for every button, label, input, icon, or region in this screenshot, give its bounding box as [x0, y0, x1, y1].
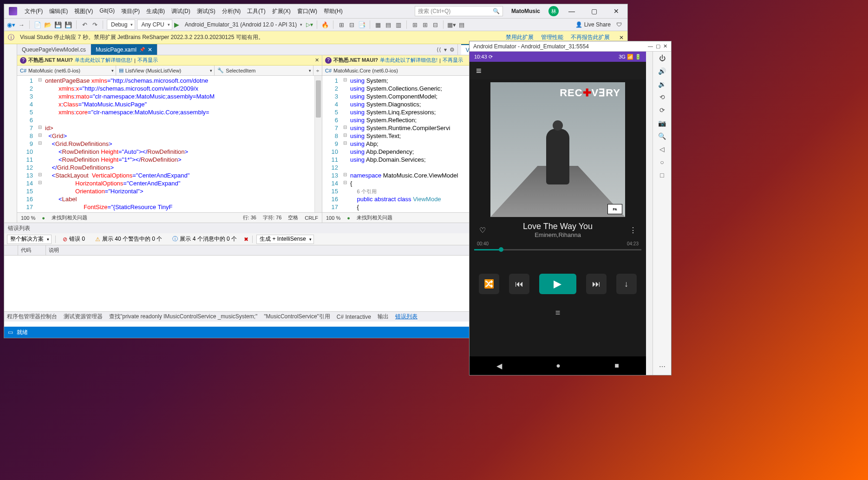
menu-item[interactable]: 生成(B) [144, 6, 168, 17]
album-art[interactable]: REC✚VƎRY PA [490, 82, 625, 217]
queue-button[interactable]: ≡ [470, 308, 646, 318]
run-icon[interactable]: ▶ [174, 21, 179, 28]
bottom-tab[interactable]: 查找"private readonly IMusicControlService… [109, 313, 257, 321]
tool-icon-5[interactable]: ▤ [384, 20, 392, 29]
target-dropdown[interactable]: Android_Emulator_31 (Android 12.0 - API … [181, 20, 304, 30]
col-icon[interactable] [4, 245, 18, 255]
emu-min-icon[interactable]: — [648, 43, 653, 49]
screenshot-icon[interactable]: 📷 [658, 119, 666, 127]
tool-icon-11[interactable]: ▤ [457, 20, 466, 29]
bottom-tab[interactable]: C# Interactive [337, 314, 371, 320]
menu-item[interactable]: 调试(D) [169, 6, 193, 17]
bottom-tab[interactable]: "MusicControlService"引用 [264, 313, 330, 321]
run-no-debug-icon[interactable]: ▷▾ [306, 21, 313, 28]
fold-column[interactable]: ⊟⊟⊟⊟⊟⊟ [342, 76, 348, 212]
config-dropdown[interactable]: Debug [107, 20, 135, 30]
tool-icon-4[interactable]: ▦ [374, 20, 382, 29]
menu-item[interactable]: 帮助(H) [321, 6, 346, 17]
power-icon[interactable]: ⏻ [659, 54, 666, 62]
new-icon[interactable]: 📄 [33, 20, 42, 29]
maui-link1[interactable]: 单击此处以了解详细信息! [380, 57, 437, 64]
scope-dropdown[interactable]: 整个解决方案 [7, 235, 52, 244]
progress-slider[interactable] [474, 249, 641, 250]
search-box[interactable]: 搜索 (Ctrl+Q) 🔍 [415, 6, 503, 16]
info-close-icon[interactable]: ✕ [619, 34, 624, 41]
split-icon[interactable]: ÷ [313, 68, 322, 73]
tool-icon-9[interactable]: ⊟ [431, 20, 439, 29]
volume-up-icon[interactable]: 🔊 [658, 67, 666, 75]
tab-overflow-icon[interactable]: ⟨⟨ [437, 46, 441, 53]
platform-dropdown[interactable]: Any CPU [137, 20, 172, 30]
maui-link2[interactable]: 不再显示 [443, 57, 463, 64]
download-button[interactable]: ↓ [616, 274, 637, 294]
tool-icon-10[interactable]: ▦▾ [447, 20, 456, 29]
maui-link1[interactable]: 单击此处以了解详细信息! [75, 57, 132, 64]
menu-item[interactable]: 扩展(X) [269, 6, 294, 17]
bottom-tab[interactable]: 程序包管理器控制台 [7, 313, 57, 321]
nav-member[interactable]: 🔧SelectedItem [215, 66, 313, 75]
emu-max-icon[interactable]: ▢ [656, 43, 660, 49]
menu-item[interactable]: 编辑(E) [46, 6, 71, 17]
tab-musicpage[interactable]: MusicPage.xaml📌✕ [91, 44, 157, 55]
fold-column[interactable]: ⊟⊟⊟⊟⊟⊟ [37, 76, 43, 212]
left-toolbox-strip[interactable] [4, 44, 17, 223]
more-icon[interactable]: ⋯ [659, 363, 666, 370]
minimize-button[interactable]: — [562, 5, 581, 18]
nav-project[interactable]: C#MatoMusic.Core (net6.0-ios) [322, 66, 475, 75]
zoom-level[interactable]: 100 % [21, 215, 35, 221]
nav-recents-icon[interactable]: ■ [614, 362, 619, 370]
undo-icon[interactable]: ↶ [80, 20, 89, 29]
hamburger-icon[interactable]: ≡ [476, 66, 482, 76]
output-icon[interactable]: ▭ [8, 329, 13, 335]
code-content[interactable]: ontentPageBase xmlns="http://schemas.mic… [43, 76, 314, 212]
user-avatar[interactable]: 林 [548, 6, 559, 16]
pin-icon[interactable]: 📌 [139, 47, 145, 52]
play-button[interactable]: ▶ [539, 274, 576, 294]
maui-link2[interactable]: 不再显示 [137, 57, 158, 64]
tool-icon-6[interactable]: ▥ [394, 20, 403, 29]
redo-icon[interactable]: ↷ [91, 20, 99, 29]
home-icon[interactable]: ○ [660, 158, 664, 166]
live-share[interactable]: 👤 Live Share 🛡 [575, 21, 625, 28]
volume-down-icon[interactable]: 🔉 [658, 80, 666, 88]
build-dropdown[interactable]: 生成 + IntelliSense [256, 235, 314, 244]
save-all-icon[interactable]: 💾 [64, 20, 72, 29]
tab-gear-icon[interactable]: ⚙ [450, 46, 455, 53]
nav-home-icon[interactable]: ● [556, 362, 561, 370]
tool-icon-8[interactable]: ⊞ [421, 20, 429, 29]
nav-back-icon[interactable]: ◀ [496, 362, 502, 370]
back-icon[interactable]: ◁ [659, 145, 665, 153]
zoom-level[interactable]: 100 % [326, 215, 340, 221]
bottom-tab[interactable]: 错误列表 [395, 313, 418, 321]
nav-project[interactable]: C#MatoMusic (net6.0-ios) [17, 66, 116, 75]
info-link-dismiss[interactable]: 不再报告此扩展 [571, 33, 610, 41]
scrollbar[interactable] [314, 76, 322, 212]
bottom-tab[interactable]: 输出 [378, 313, 389, 321]
clear-icon[interactable]: ✖ [244, 236, 248, 243]
zoom-icon[interactable]: 🔍 [658, 132, 666, 140]
rotate-right-icon[interactable]: ⟳ [659, 106, 665, 114]
close-icon[interactable]: ✕ [148, 46, 152, 53]
col-code[interactable]: 代码 [18, 245, 46, 255]
shuffle-button[interactable]: 🔀 [479, 274, 499, 294]
menu-item[interactable]: Git(G) [97, 6, 117, 17]
warnings-filter[interactable]: ⚠展示 40 个警告中的 0 个 [92, 235, 165, 244]
tool-icon-2[interactable]: ⊟ [347, 20, 356, 29]
next-button[interactable]: ⏭ [586, 274, 607, 294]
menu-item[interactable]: 文件(F) [22, 6, 46, 17]
nav-back-icon[interactable]: ◉▾ [7, 20, 15, 29]
tool-icon-7[interactable]: ⊞ [411, 20, 419, 29]
info-link-disable[interactable]: 禁用此扩展 [506, 33, 534, 41]
close-button[interactable]: ✕ [607, 5, 626, 18]
errors-filter[interactable]: ⊘错误 0 [59, 235, 88, 244]
maximize-button[interactable]: ▢ [585, 5, 603, 18]
info-link-perf[interactable]: 管理性能 [541, 33, 563, 41]
tool-icon-3[interactable]: 📑 [358, 20, 366, 29]
prev-button[interactable]: ⏮ [509, 274, 529, 294]
menu-item[interactable]: 分析(N) [219, 6, 244, 17]
more-button[interactable]: ⋮ [627, 226, 639, 235]
emu-close-icon[interactable]: ✕ [663, 43, 667, 49]
tab-queue-vm[interactable]: QueuePageViewModel.cs [17, 44, 91, 55]
favorite-button[interactable]: ♡ [477, 226, 488, 235]
bottom-tab[interactable]: 测试资源管理器 [64, 313, 103, 321]
